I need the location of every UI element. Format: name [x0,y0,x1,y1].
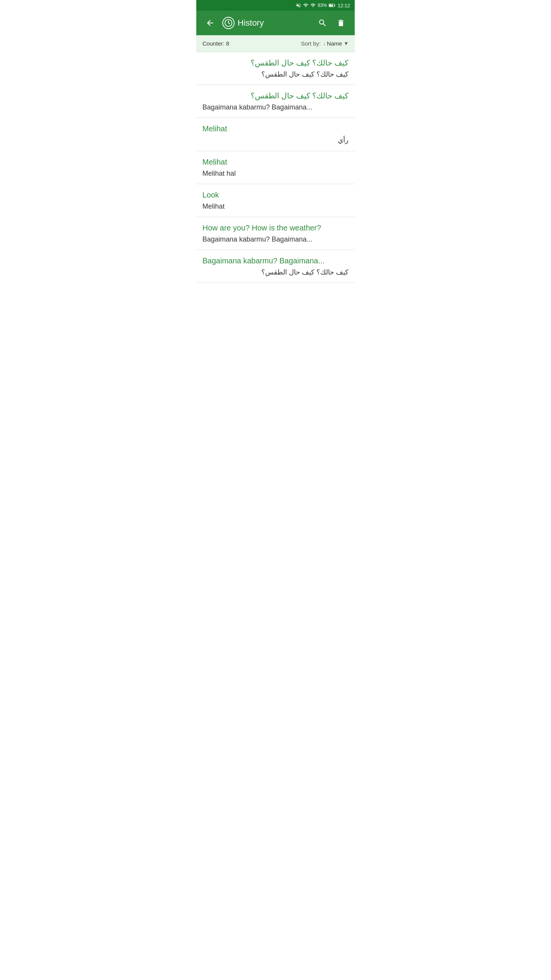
signal-icon [310,3,316,8]
item-primary-text: Melihat [202,157,349,167]
history-list: كيف حالك؟ كيف حال الطقس؟كيف حالك؟ كيف حا… [196,52,355,283]
search-button[interactable] [315,15,330,31]
history-clock-icon [222,17,235,29]
item-primary-text: How are you? How is the weather? [202,222,349,233]
list-item[interactable]: Bagaimana kabarmu? Bagaimana...كيف حالك؟… [196,250,355,283]
item-secondary-text: Bagaimana kabarmu? Bagaimana... [202,103,349,112]
item-secondary-text: رأي [202,136,349,145]
app-bar-actions [315,15,349,31]
app-bar: History [196,11,355,35]
list-item[interactable]: كيف حالك؟ كيف حال الطقس؟كيف حالك؟ كيف حا… [196,52,355,85]
item-secondary-text: كيف حالك؟ كيف حال الطقس؟ [202,70,349,79]
sort-direction-arrow: ↓ [323,41,325,46]
sort-value-label: Name [327,40,342,47]
app-title: History [222,17,310,29]
svg-rect-1 [329,4,333,6]
list-item[interactable]: LookMelihat [196,184,355,217]
item-primary-text: كيف حالك؟ كيف حال الطقس؟ [202,90,349,101]
item-primary-text: Melihat [202,123,349,134]
chevron-down-icon: ▼ [344,41,349,46]
back-button[interactable] [202,15,218,31]
list-item[interactable]: MelihatMelihat hal [196,151,355,184]
time-display: 12:12 [337,3,350,8]
list-item[interactable]: How are you? How is the weather?Bagaiman… [196,217,355,250]
list-item[interactable]: كيف حالك؟ كيف حال الطقس؟Bagaimana kabarm… [196,85,355,118]
list-item[interactable]: Melihatرأي [196,118,355,151]
item-secondary-text: Bagaimana kabarmu? Bagaimana... [202,235,349,244]
filter-bar: Counter: 8 Sort by: ↓ Name ▼ [196,35,355,52]
item-primary-text: Bagaimana kabarmu? Bagaimana... [202,255,349,266]
item-secondary-text: Melihat hal [202,169,349,178]
battery-icon [329,3,336,8]
sort-value-container[interactable]: ↓ Name ▼ [323,40,349,47]
item-secondary-text: Melihat [202,202,349,211]
svg-rect-2 [334,5,335,6]
item-primary-text: كيف حالك؟ كيف حال الطقس؟ [202,57,349,68]
battery-text: 83% [318,3,327,8]
sort-selector[interactable]: Sort by: ↓ Name ▼ [301,40,349,47]
mute-icon [296,3,301,8]
page-title: History [238,18,264,28]
status-icons: 83% 12:12 [296,3,350,8]
wifi-icon [303,3,308,8]
sort-by-label: Sort by: [301,40,321,47]
item-primary-text: Look [202,189,349,200]
item-secondary-text: كيف حالك؟ كيف حال الطقس؟ [202,268,349,277]
delete-button[interactable] [333,15,349,31]
counter-label: Counter: 8 [202,40,301,47]
status-bar: 83% 12:12 [196,0,355,11]
